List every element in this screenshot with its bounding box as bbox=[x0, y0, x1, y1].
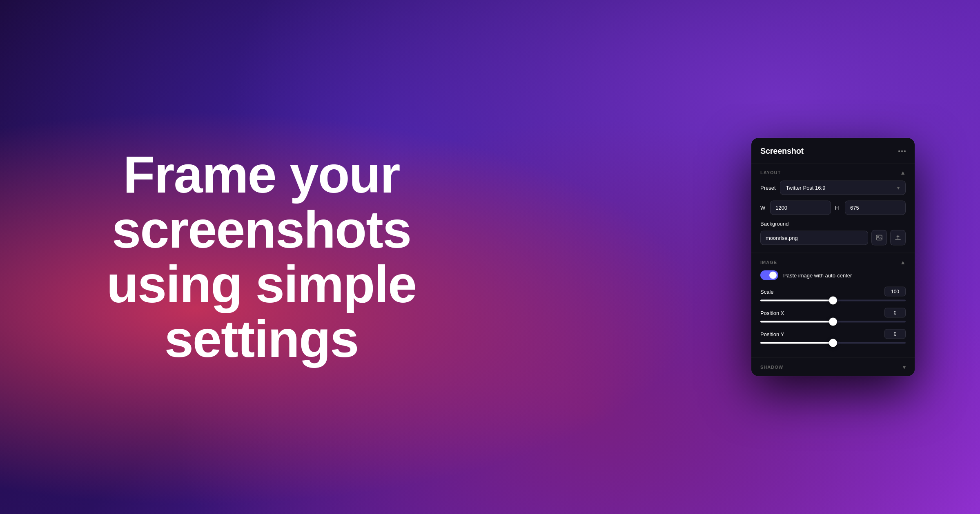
shadow-label: SHADOW bbox=[760, 365, 783, 370]
layout-section-body: Preset Twitter Post 16:9 ▾ W 1200 H 675 … bbox=[751, 181, 915, 253]
panel-wrapper: Screenshot LAYOUT ▲ Preset Twitter Post … bbox=[751, 138, 915, 376]
position-y-value[interactable]: 0 bbox=[884, 329, 906, 339]
scale-track[interactable] bbox=[760, 300, 906, 301]
background-field-label: Background bbox=[760, 221, 906, 227]
menu-dot-3 bbox=[904, 150, 906, 152]
upload-icon bbox=[895, 235, 901, 241]
position-x-field: Position X 0 bbox=[760, 308, 906, 323]
toggle-row: Paste image with auto-center bbox=[760, 270, 906, 280]
position-x-value[interactable]: 0 bbox=[884, 308, 906, 318]
preset-select[interactable]: Twitter Post 16:9 ▾ bbox=[780, 181, 906, 195]
layout-section-header[interactable]: LAYOUT ▲ bbox=[751, 164, 915, 181]
menu-dot-1 bbox=[898, 150, 900, 152]
layout-chevron: ▲ bbox=[900, 169, 906, 176]
hero-line-1: Frame your bbox=[123, 145, 399, 204]
panel-title: Screenshot bbox=[760, 146, 804, 156]
height-label: H bbox=[835, 205, 841, 211]
panel-menu-button[interactable] bbox=[898, 150, 906, 152]
preset-row: Preset Twitter Post 16:9 ▾ bbox=[760, 181, 906, 195]
position-x-header: Position X 0 bbox=[760, 308, 906, 318]
scale-field: Scale 100 bbox=[760, 287, 906, 301]
hero-line-2: screenshots bbox=[112, 200, 411, 259]
toggle-knob bbox=[769, 272, 777, 279]
preset-chevron: ▾ bbox=[897, 185, 900, 191]
preset-value: Twitter Post 16:9 bbox=[786, 185, 826, 191]
position-y-header: Position Y 0 bbox=[760, 329, 906, 339]
image-chevron: ▲ bbox=[900, 259, 906, 266]
scale-thumb[interactable] bbox=[829, 297, 837, 305]
position-y-track[interactable] bbox=[760, 342, 906, 344]
position-x-label: Position X bbox=[760, 310, 784, 316]
height-input[interactable]: 675 bbox=[845, 201, 906, 215]
toggle-label: Paste image with auto-center bbox=[783, 272, 852, 278]
hero-line-3: using simple bbox=[107, 255, 416, 313]
position-x-fill bbox=[760, 321, 833, 323]
image-section-header[interactable]: IMAGE ▲ bbox=[751, 253, 915, 270]
background-filename[interactable]: moonrise.png bbox=[760, 230, 868, 245]
image-section-body: Paste image with auto-center Scale 100 P… bbox=[751, 270, 915, 358]
svg-point-1 bbox=[878, 236, 879, 237]
scale-label: Scale bbox=[760, 288, 774, 295]
shadow-section-header[interactable]: SHADOW ▾ bbox=[751, 358, 915, 376]
image-label: IMAGE bbox=[760, 260, 777, 265]
background-input-row: moonrise.png bbox=[760, 230, 906, 246]
position-y-fill bbox=[760, 342, 833, 344]
position-x-thumb[interactable] bbox=[829, 318, 837, 326]
position-y-field: Position Y 0 bbox=[760, 329, 906, 344]
shadow-chevron: ▾ bbox=[903, 364, 906, 370]
position-y-label: Position Y bbox=[760, 331, 784, 337]
background-upload-button[interactable] bbox=[890, 230, 906, 246]
screenshot-panel: Screenshot LAYOUT ▲ Preset Twitter Post … bbox=[751, 138, 915, 376]
scale-header: Scale 100 bbox=[760, 287, 906, 297]
width-label: W bbox=[760, 205, 766, 211]
background-image-button[interactable] bbox=[871, 230, 887, 246]
scale-fill bbox=[760, 300, 833, 301]
panel-header: Screenshot bbox=[751, 138, 915, 164]
dimensions-row: W 1200 H 675 bbox=[760, 201, 906, 215]
auto-center-toggle[interactable] bbox=[760, 270, 778, 280]
position-y-thumb[interactable] bbox=[829, 339, 837, 347]
menu-dot-2 bbox=[901, 150, 903, 152]
preset-label: Preset bbox=[760, 185, 776, 191]
layout-label: LAYOUT bbox=[760, 170, 781, 175]
hero-line-4: settings bbox=[165, 310, 359, 368]
scale-value[interactable]: 100 bbox=[884, 287, 906, 297]
position-x-track[interactable] bbox=[760, 321, 906, 323]
width-input[interactable]: 1200 bbox=[770, 201, 831, 215]
image-icon bbox=[876, 235, 882, 241]
hero-text: Frame your screenshots using simple sett… bbox=[107, 147, 416, 367]
hero-section: Frame your screenshots using simple sett… bbox=[0, 0, 523, 514]
svg-rect-0 bbox=[876, 235, 882, 240]
